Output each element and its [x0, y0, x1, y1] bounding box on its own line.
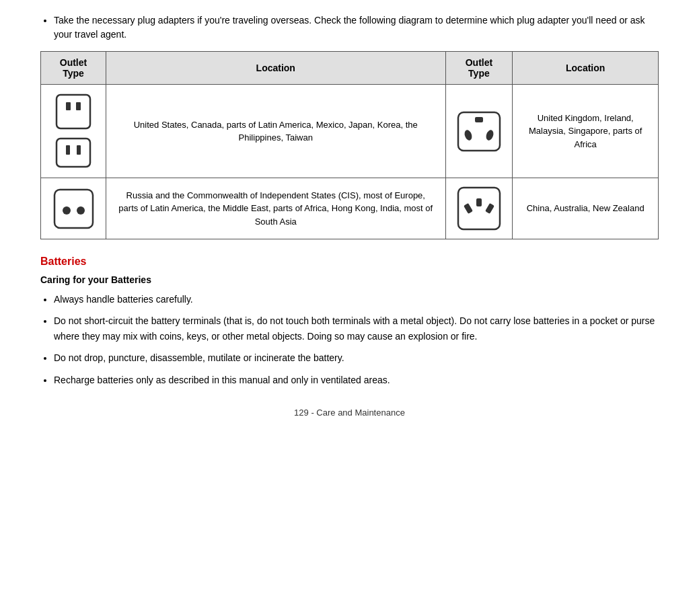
svg-point-11 — [63, 206, 71, 215]
battery-bullet-3: Do not drop, puncture, disassemble, muti… — [54, 350, 659, 365]
outlet-table: Outlet Type Location Outlet Type Locatio… — [40, 51, 659, 239]
svg-rect-14 — [464, 203, 473, 214]
batteries-heading: Batteries — [40, 256, 659, 268]
intro-text: Take the necessary plug adapters if you'… — [54, 13, 659, 42]
svg-point-12 — [77, 206, 85, 215]
col-header-outlet-type-2: Outlet Type — [445, 52, 513, 85]
svg-rect-15 — [485, 203, 494, 214]
svg-rect-10 — [54, 190, 93, 228]
type-c-icon — [52, 187, 96, 231]
outlet-icon-type-i — [445, 178, 513, 239]
location-type-c: Russia and the Commonwealth of Independe… — [106, 178, 446, 239]
location-type-g: United Kingdom, Ireland, Malaysia, Singa… — [513, 85, 659, 178]
location-type-a: United States, Canada, parts of Latin Am… — [106, 85, 446, 178]
svg-rect-16 — [476, 198, 482, 206]
page-footer: 129 - Care and Maintenance — [40, 408, 659, 418]
table-row: United States, Canada, parts of Latin Am… — [41, 85, 659, 178]
batteries-section: Batteries Caring for your Batteries Alwa… — [40, 256, 659, 387]
svg-rect-0 — [57, 95, 90, 128]
battery-bullet-2: Do not short-circuit the battery termina… — [54, 313, 659, 344]
outlet-icon-type-g — [445, 85, 513, 178]
svg-rect-13 — [458, 188, 500, 229]
footer-text: 129 - Care and Maintenance — [294, 408, 405, 418]
batteries-list: Always handle batteries carefully. Do no… — [40, 292, 659, 387]
svg-rect-1 — [66, 102, 71, 110]
svg-point-9 — [484, 128, 494, 141]
col-header-outlet-type-1: Outlet Type — [41, 52, 106, 85]
outlet-icon-type-c — [41, 178, 106, 239]
col-header-location-1: Location — [106, 52, 446, 85]
intro-section: Take the necessary plug adapters if you'… — [40, 13, 659, 42]
type-g-icon — [455, 110, 503, 153]
svg-rect-7 — [475, 117, 483, 122]
type-a-icon — [53, 91, 94, 132]
location-type-i: China, Australia, New Zealand — [513, 178, 659, 239]
battery-bullet-1: Always handle batteries carefully. — [54, 292, 659, 307]
svg-rect-4 — [66, 145, 70, 155]
outlet-icon-type-a — [41, 85, 106, 178]
table-row: Russia and the Commonwealth of Independe… — [41, 178, 659, 239]
batteries-sub-heading: Caring for your Batteries — [40, 274, 659, 285]
svg-point-8 — [463, 128, 473, 141]
battery-bullet-4: Recharge batteries only as described in … — [54, 373, 659, 387]
col-header-location-2: Location — [513, 52, 659, 85]
svg-rect-2 — [76, 102, 81, 110]
svg-rect-5 — [77, 145, 81, 155]
type-a-plug-icon — [53, 137, 94, 171]
type-i-icon — [455, 185, 503, 232]
svg-rect-3 — [57, 139, 90, 167]
